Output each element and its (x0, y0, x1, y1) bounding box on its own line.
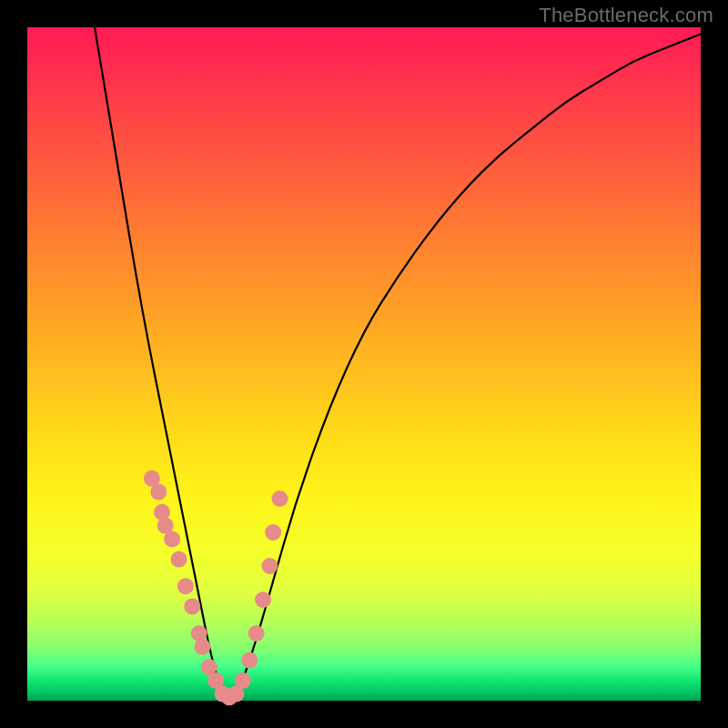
data-point (255, 592, 271, 608)
data-points-group (144, 470, 288, 706)
data-point (171, 551, 187, 568)
plot-area (27, 27, 701, 701)
data-point (248, 625, 265, 642)
data-point (150, 484, 167, 500)
chart-svg (27, 27, 701, 701)
data-point (265, 524, 281, 541)
data-point (184, 598, 200, 614)
data-point (194, 639, 210, 655)
bottleneck-curve (95, 27, 701, 699)
data-point (272, 490, 288, 507)
chart-container: TheBottleneck.com (0, 0, 728, 728)
watermark-text: TheBottleneck.com (539, 4, 713, 27)
data-point (261, 558, 278, 574)
data-point (235, 672, 251, 689)
data-point (177, 578, 194, 594)
data-point (241, 652, 258, 669)
data-point (164, 531, 180, 547)
